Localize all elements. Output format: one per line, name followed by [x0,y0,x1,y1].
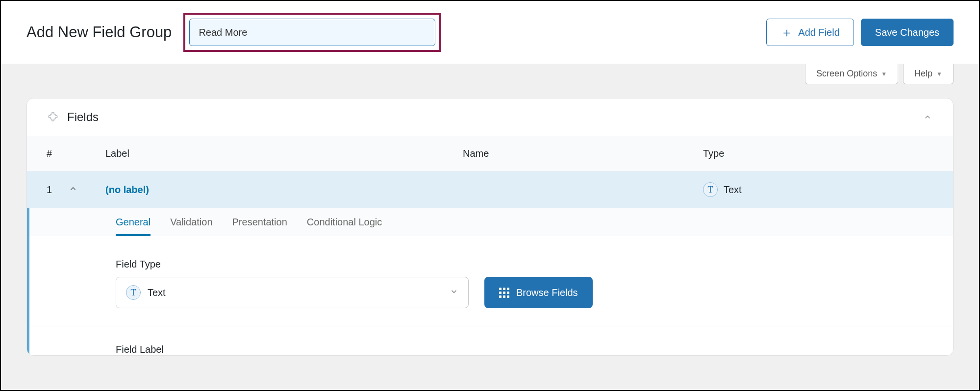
help-tab[interactable]: Help ▼ [903,64,954,84]
row-collapse-toggle[interactable] [69,184,77,196]
help-label: Help [914,69,932,79]
triangle-down-icon: ▼ [881,71,887,77]
panel-collapse-toggle[interactable] [922,111,933,123]
row-number-cell: 1 [47,184,105,196]
puzzle-icon [47,111,59,123]
screen-meta-tabs: Screen Options ▼ Help ▼ [26,64,954,98]
screen-options-label: Screen Options [816,69,877,79]
row-type-cell: T Text [703,182,933,197]
field-type-select[interactable]: T Text [116,277,469,308]
plus-icon: ＋ [780,26,793,39]
tab-general[interactable]: General [116,217,151,236]
content-area: Screen Options ▼ Help ▼ Fields # Label N… [1,64,979,391]
chevron-down-icon [450,287,458,298]
fields-panel-header: Fields [27,98,953,136]
row-label-link[interactable]: (no label) [105,184,149,195]
type-text-icon: T [703,182,718,197]
fields-panel: Fields # Label Name Type 1 [26,98,954,356]
group-name-highlight [183,13,441,52]
field-label-heading: Field Label [116,344,164,355]
page-title: Add New Field Group [26,24,172,41]
field-editor: General Validation Presentation Conditio… [27,208,953,355]
save-changes-button[interactable]: Save Changes [861,19,954,46]
field-type-row: T Text Bro [116,277,953,308]
top-bar: Add New Field Group ＋ Add Field Save Cha… [1,1,979,64]
field-type-value: Text [148,287,166,298]
col-head-label: Label [105,148,463,159]
add-field-button[interactable]: ＋ Add Field [766,19,854,46]
type-text-icon: T [126,285,141,300]
col-head-type: Type [703,148,933,159]
group-name-input[interactable] [189,19,435,46]
chevron-up-icon [69,184,77,193]
row-index: 1 [47,184,52,196]
fields-panel-title: Fields [67,110,99,124]
grid-icon [499,288,509,298]
browse-fields-button[interactable]: Browse Fields [484,277,593,308]
fields-table-head: # Label Name Type [27,136,953,171]
tab-conditional-logic[interactable]: Conditional Logic [307,217,382,236]
field-type-label: Field Type [116,259,953,270]
row-label-cell: (no label) [105,184,463,196]
row-type-label: Text [724,184,742,196]
screen-options-tab[interactable]: Screen Options ▼ [805,64,898,84]
top-actions: ＋ Add Field Save Changes [766,19,954,46]
col-head-name: Name [463,148,703,159]
field-row[interactable]: 1 (no label) T Text [27,171,953,208]
field-label-section: Field Label [29,326,953,355]
save-changes-label: Save Changes [875,27,939,38]
chevron-up-icon [923,113,932,122]
browse-fields-label: Browse Fields [516,287,578,298]
tab-presentation[interactable]: Presentation [232,217,287,236]
tab-validation[interactable]: Validation [170,217,212,236]
editor-body: Field Type T Text [29,236,953,326]
add-field-label: Add Field [798,27,840,38]
editor-tabs: General Validation Presentation Conditio… [29,208,953,236]
triangle-down-icon: ▼ [936,71,942,77]
col-head-number: # [47,148,105,159]
